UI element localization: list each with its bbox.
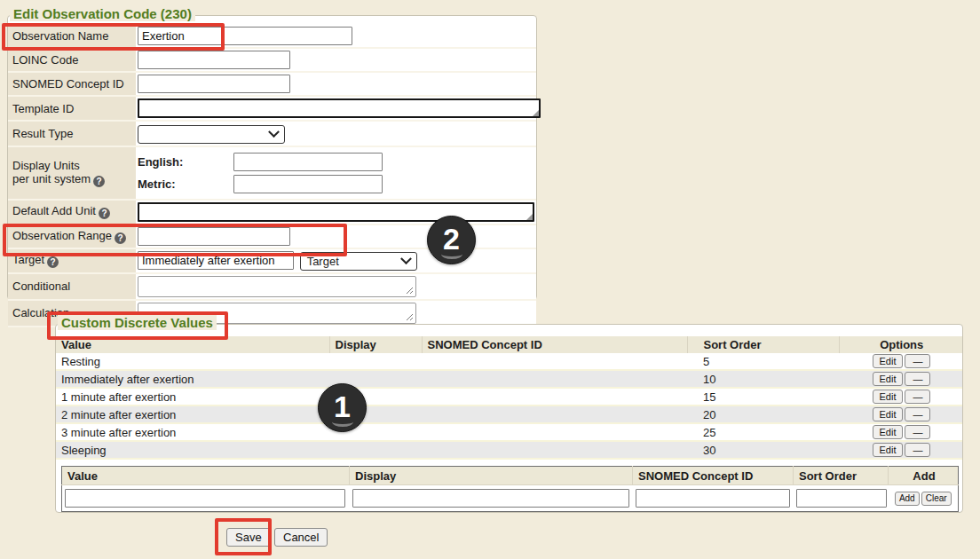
- snomed-cell: [422, 441, 687, 459]
- resize-handle-icon[interactable]: [533, 110, 539, 116]
- observation-name-input[interactable]: [138, 27, 352, 45]
- table-row: 3 minute after exertion 25 Edit—: [56, 423, 962, 441]
- remove-button[interactable]: —: [905, 443, 930, 457]
- remove-button[interactable]: —: [905, 425, 930, 439]
- template-id-label: Template ID: [12, 102, 74, 115]
- row-result-type: Result Type: [8, 121, 536, 146]
- default-add-unit-textarea[interactable]: [138, 202, 534, 222]
- display-cell: [329, 441, 422, 459]
- value-cell: Resting: [56, 353, 329, 370]
- help-icon[interactable]: ?: [93, 176, 105, 187]
- custom-discrete-values-section: Custom Discrete Values Value Display SNO…: [55, 324, 963, 513]
- edit-button[interactable]: Edit: [873, 354, 904, 368]
- value-cell: 1 minute after exertion: [56, 388, 329, 405]
- display-cell: [329, 353, 422, 370]
- observation-range-label: Observation Range: [12, 229, 112, 242]
- snomed-cell: [422, 388, 687, 405]
- snomed-cell: [422, 353, 687, 370]
- snomed-cell: [422, 423, 687, 441]
- edit-form-title: Edit Observation Code (230): [10, 6, 195, 21]
- default-add-unit-label: Default Add Unit: [12, 204, 96, 217]
- display-units-label-line1: Display Units: [12, 159, 80, 172]
- edit-form-table: Observation Name LOINC Code SNOMED Conce…: [8, 25, 536, 327]
- sort-order-cell: 10: [687, 370, 839, 388]
- add-table-header-row: Value Display SNOMED Concept ID Sort Ord…: [62, 467, 959, 485]
- loinc-code-label: LOINC Code: [12, 53, 78, 67]
- add-col-header-value: Value: [62, 467, 350, 485]
- add-col-header-sort-order: Sort Order: [794, 467, 889, 485]
- new-sort-order-input[interactable]: [796, 489, 887, 508]
- target-type-select[interactable]: Target: [300, 252, 417, 271]
- new-value-input[interactable]: [65, 489, 345, 508]
- sort-order-cell: 25: [687, 423, 839, 441]
- target-label: Target: [12, 253, 44, 266]
- add-col-header-snomed: SNOMED Concept ID: [633, 467, 794, 485]
- add-value-table: Value Display SNOMED Concept ID Sort Ord…: [61, 466, 959, 512]
- edit-button[interactable]: Edit: [873, 390, 904, 404]
- row-loinc-code: LOINC Code: [8, 48, 536, 72]
- conditional-textarea[interactable]: [138, 276, 416, 297]
- add-col-header-display: Display: [350, 467, 633, 485]
- remove-button[interactable]: —: [905, 390, 930, 404]
- table-row: Immediately after exertion 10 Edit—: [56, 370, 962, 388]
- template-id-textarea[interactable]: [138, 98, 541, 118]
- display-units-label-line2: per unit system: [12, 172, 91, 185]
- help-icon[interactable]: ?: [99, 208, 110, 219]
- sort-order-cell: 15: [687, 388, 839, 405]
- sort-order-cell: 30: [687, 441, 839, 459]
- table-header-row: Value Display SNOMED Concept ID Sort Ord…: [56, 336, 962, 353]
- remove-button[interactable]: —: [905, 372, 930, 386]
- edit-button[interactable]: Edit: [873, 407, 904, 421]
- value-cell: 3 minute after exertion: [56, 423, 329, 441]
- row-snomed-concept-id: SNOMED Concept ID: [8, 72, 536, 96]
- row-observation-name: Observation Name: [8, 25, 536, 48]
- save-button[interactable]: Save: [226, 528, 271, 547]
- new-snomed-input[interactable]: [636, 489, 790, 508]
- col-header-value: Value: [56, 336, 329, 353]
- conditional-label: Conditional: [12, 280, 70, 293]
- target-value-input[interactable]: [138, 251, 294, 270]
- row-display-units: Display Units per unit system? English: …: [8, 146, 536, 200]
- remove-button[interactable]: —: [905, 407, 930, 421]
- table-row: Sleeping 30 Edit—: [56, 441, 962, 459]
- observation-name-label: Observation Name: [12, 29, 108, 43]
- table-row: Resting 5 Edit—: [56, 353, 962, 370]
- edit-button[interactable]: Edit: [873, 372, 904, 386]
- table-row: 2 minute after exertion 20 Edit—: [56, 405, 962, 423]
- target-type-select-value: Target: [307, 255, 339, 268]
- observation-range-input[interactable]: [138, 227, 290, 246]
- col-header-sort-order: Sort Order: [687, 336, 839, 353]
- help-icon[interactable]: ?: [115, 232, 126, 244]
- row-conditional: Conditional: [8, 273, 536, 300]
- custom-discrete-values-title: Custom Discrete Values: [58, 315, 217, 330]
- resize-handle-icon[interactable]: [526, 214, 533, 220]
- add-col-header-add: Add: [889, 467, 959, 485]
- resize-grip-icon[interactable]: [406, 287, 414, 295]
- clear-button[interactable]: Clear: [921, 492, 952, 506]
- resize-grip-icon[interactable]: [406, 313, 414, 321]
- col-header-options: Options: [839, 336, 962, 353]
- value-cell: Immediately after exertion: [56, 370, 329, 388]
- table-row: 1 minute after exertion 15 Edit—: [56, 388, 962, 405]
- snomed-concept-id-input[interactable]: [138, 75, 290, 93]
- result-type-select[interactable]: [138, 125, 285, 144]
- edit-button[interactable]: Edit: [873, 425, 904, 439]
- value-cell: 2 minute after exertion: [56, 405, 329, 423]
- new-display-input[interactable]: [352, 489, 629, 508]
- discrete-values-table: Value Display SNOMED Concept ID Sort Ord…: [56, 336, 962, 460]
- loinc-code-input[interactable]: [138, 51, 290, 69]
- metric-units-input[interactable]: [233, 175, 383, 193]
- col-header-display: Display: [329, 336, 422, 353]
- callout-badge-1: 1: [318, 383, 367, 432]
- add-button[interactable]: Add: [895, 492, 920, 506]
- result-type-label: Result Type: [12, 127, 73, 140]
- snomed-concept-id-label: SNOMED Concept ID: [12, 77, 124, 91]
- sort-order-cell: 5: [687, 353, 839, 370]
- snomed-cell: [422, 370, 687, 388]
- edit-button[interactable]: Edit: [873, 443, 904, 457]
- cancel-button[interactable]: Cancel: [274, 528, 328, 547]
- help-icon[interactable]: ?: [47, 256, 59, 268]
- remove-button[interactable]: —: [905, 354, 930, 368]
- value-cell: Sleeping: [56, 441, 329, 459]
- english-units-input[interactable]: [233, 153, 383, 171]
